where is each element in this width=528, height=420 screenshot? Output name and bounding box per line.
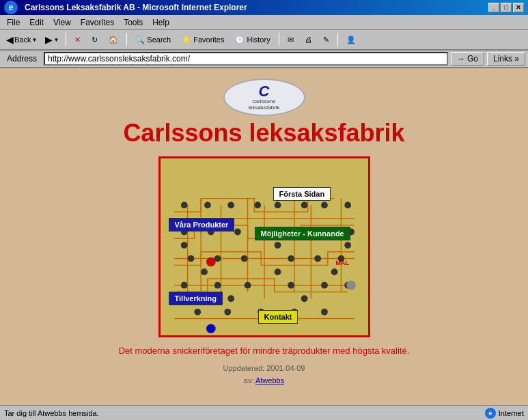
messenger-button[interactable]: 👤	[342, 31, 361, 48]
svg-point-3	[227, 202, 234, 209]
svg-point-4	[254, 202, 261, 209]
circuit-board-container: Första Sidan Våra Produkter Möjligheter …	[158, 156, 370, 337]
status-right: e Internet	[485, 408, 524, 419]
title-bar-controls[interactable]: _ □ ✕	[488, 3, 524, 12]
mail-icon: ✉	[288, 36, 294, 44]
svg-point-20	[288, 255, 294, 262]
svg-point-29	[194, 309, 201, 316]
svg-point-41	[301, 295, 307, 302]
go-arrow-icon: →	[457, 54, 465, 64]
toolbar-separator-3	[279, 33, 279, 46]
nav-possibilities[interactable]: Möjligheter - Kunnande	[255, 227, 350, 240]
history-icon: 🕒	[235, 36, 245, 44]
home-icon: 🏠	[109, 36, 118, 44]
search-button[interactable]: 🔍 Search	[130, 31, 176, 48]
updated-by-label: av:	[244, 376, 254, 384]
links-button[interactable]: Links »	[487, 52, 525, 66]
address-input[interactable]	[44, 52, 448, 66]
circuit-svg	[161, 158, 368, 335]
toolbar-separator-4	[337, 33, 338, 46]
svg-point-5	[274, 202, 281, 209]
address-bar: Address → Go Links »	[0, 51, 528, 68]
svg-point-39	[331, 268, 337, 275]
go-button[interactable]: → Go	[451, 52, 484, 66]
favorites-button[interactable]: ⭐ Favorites	[177, 31, 229, 48]
maximize-button[interactable]: □	[501, 3, 512, 12]
svg-point-11	[234, 229, 241, 236]
nav-manufacturing[interactable]: Tillverkning	[169, 292, 223, 305]
history-label: History	[247, 36, 270, 44]
svg-point-21	[314, 255, 321, 262]
update-area: Uppdaterad: 2001-04-09 av: Atwebbs	[223, 363, 305, 387]
svg-point-34	[180, 242, 187, 249]
forward-dropdown-icon: ▼	[53, 37, 59, 43]
atwebbs-link[interactable]: Atwebbs	[255, 376, 284, 384]
logo-text2: leksaksfabrik	[248, 105, 279, 111]
menu-help[interactable]: Help	[148, 16, 173, 29]
toolbar-separator-2	[126, 33, 127, 46]
back-dropdown-icon: ▼	[31, 37, 37, 43]
history-button[interactable]: 🕒 History	[230, 31, 275, 48]
svg-point-37	[201, 268, 208, 275]
svg-point-30	[224, 309, 231, 316]
company-logo: C carlssons leksaksfabrik	[223, 79, 305, 116]
window-title: Carlssons Leksaksfabrik AB - Microsoft I…	[25, 3, 247, 12]
svg-point-1	[180, 202, 187, 209]
svg-point-43	[206, 324, 215, 333]
mal-label: MÅL	[336, 260, 350, 266]
svg-point-36	[344, 242, 351, 249]
status-text: Tar dig till Atwebbs hemsida.	[4, 409, 99, 417]
nav-products-label: Våra Produkter	[175, 221, 229, 229]
svg-point-19	[240, 255, 247, 262]
menu-tools[interactable]: Tools	[120, 16, 147, 29]
stop-button[interactable]: ✕	[70, 31, 85, 48]
ie-logo-icon: e	[4, 1, 18, 14]
logo-inner: C carlssons leksaksfabrik	[248, 84, 279, 111]
forward-button[interactable]: ▶ ▼	[42, 31, 62, 48]
updated-date: 2001-04-09	[266, 364, 305, 372]
toolbar-separator-1	[66, 33, 66, 46]
home-button[interactable]: 🏠	[104, 31, 123, 48]
back-button[interactable]: ◀ Back ▼	[3, 31, 40, 48]
toolbar: ◀ Back ▼ ▶ ▼ ✕ ↻ 🏠 🔍 Search ⭐ Favorites …	[0, 30, 528, 51]
back-arrow-icon: ◀	[6, 34, 14, 45]
title-bar-left: e Carlssons Leksaksfabrik AB - Microsoft…	[4, 1, 247, 14]
print-button[interactable]: 🖨	[300, 31, 317, 48]
nav-possibilities-label: Möjligheter - Kunnande	[261, 229, 344, 238]
menu-view[interactable]: View	[49, 16, 75, 29]
links-label: Links »	[493, 54, 519, 64]
updated-label: Uppdaterad:	[223, 364, 265, 372]
internet-zone-icon: e	[485, 408, 496, 419]
search-icon: 🔍	[135, 36, 145, 44]
refresh-button[interactable]: ↻	[87, 31, 102, 48]
svg-point-42	[206, 257, 215, 267]
stop-icon: ✕	[74, 36, 81, 44]
close-button[interactable]: ✕	[513, 3, 524, 12]
print-icon: 🖨	[305, 36, 312, 44]
svg-point-2	[204, 202, 211, 209]
back-label: Back	[14, 36, 31, 44]
mail-button[interactable]: ✉	[283, 31, 298, 48]
svg-point-8	[344, 202, 351, 209]
menu-edit[interactable]: Edit	[25, 16, 48, 29]
favorites-label: Favorites	[193, 36, 224, 44]
svg-point-23	[180, 282, 187, 289]
search-label: Search	[147, 36, 171, 44]
forward-arrow-icon: ▶	[45, 34, 53, 45]
site-logo-area: C carlssons leksaksfabrik Carlssons leks…	[123, 79, 404, 153]
nav-contact[interactable]: Kontakt	[258, 310, 298, 324]
minimize-button[interactable]: _	[488, 3, 499, 12]
menu-favorites[interactable]: Favorites	[77, 16, 118, 29]
menu-bar: File Edit View Favorites Tools Help	[0, 15, 528, 30]
svg-point-33	[321, 309, 328, 316]
nav-products[interactable]: Våra Produkter	[169, 218, 235, 232]
edit-button[interactable]: ✎	[318, 31, 334, 48]
svg-point-40	[227, 295, 234, 302]
svg-point-38	[274, 268, 281, 275]
address-label: Address	[3, 54, 41, 64]
nav-first-page[interactable]: Första Sidan	[273, 187, 331, 201]
svg-point-25	[244, 282, 251, 289]
menu-file[interactable]: File	[3, 16, 24, 29]
nav-first-page-label: Första Sidan	[279, 190, 325, 198]
svg-point-26	[288, 282, 294, 289]
